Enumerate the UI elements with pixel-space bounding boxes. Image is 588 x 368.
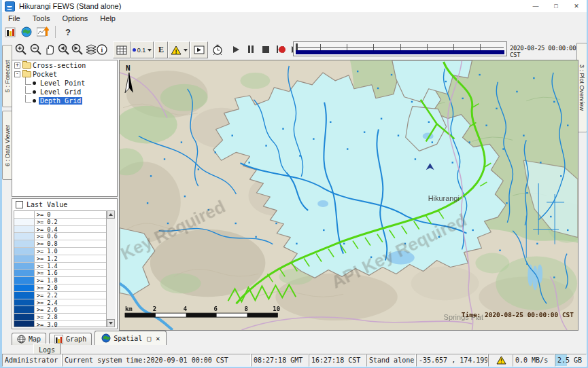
menu-help[interactable]: Help: [94, 12, 122, 24]
scale-dot-icon: [133, 48, 136, 52]
legend-label: >= 0.8: [35, 240, 115, 247]
play-icon[interactable]: [229, 41, 243, 57]
fews-logo-icon: [5, 1, 15, 12]
tab-close-icon[interactable]: ✕: [156, 335, 160, 342]
bullet-icon: [33, 81, 36, 85]
folder-open-icon: [22, 71, 31, 77]
legend-label: >= 0.2: [35, 219, 115, 225]
legend-scrollbar[interactable]: [106, 210, 116, 327]
scroll-up-icon[interactable]: [107, 210, 115, 219]
status-bar: Administrator Current system time:2020-0…: [2, 354, 587, 367]
bar-chart-icon: [54, 335, 63, 344]
legend-row[interactable]: >= 0.4: [14, 226, 115, 234]
warning-icon: !: [171, 45, 181, 55]
timeseries-display-icon[interactable]: [35, 25, 51, 39]
label-toggle-button[interactable]: E: [154, 41, 168, 58]
legend-label: >= 1.0: [35, 248, 115, 255]
status-memory: 2.5 GB: [555, 354, 587, 367]
legend-swatch: [14, 314, 35, 320]
status-data-rate: 0.0 MB/s: [513, 354, 555, 367]
tree-label[interactable]: Level Point: [39, 79, 86, 87]
menu-tools[interactable]: Tools: [27, 12, 56, 24]
tab-spatial[interactable]: Spatial □ ✕: [94, 331, 167, 345]
globe-icon: [101, 333, 111, 343]
chevron-down-icon: [184, 49, 188, 52]
timeline-datetime: 2020-08-25 00:00:00 CST: [510, 45, 587, 58]
legend-row[interactable]: >= 2.4: [14, 299, 115, 307]
last-value-checkbox[interactable]: [16, 201, 23, 208]
legend-swatch: [14, 321, 35, 327]
tree-row-cross-section[interactable]: + Cross-section: [12, 61, 117, 69]
legend-label: >= 0.6: [35, 233, 115, 240]
status-local-time: 16:27:18 CST: [309, 354, 366, 367]
warning-dropdown[interactable]: !: [168, 41, 190, 58]
legend-row[interactable]: >= 2.2: [14, 292, 115, 299]
tree-row-depth-grid[interactable]: Depth Grid: [12, 96, 117, 105]
maximize-button[interactable]: □: [546, 0, 566, 12]
animation-icon[interactable]: [190, 41, 208, 58]
tree-label[interactable]: Pocket: [31, 71, 58, 78]
tree-row-pocket[interactable]: - Pocket: [12, 70, 117, 78]
tree-label[interactable]: Level Grid: [39, 88, 82, 96]
pan-hand-icon[interactable]: [43, 41, 56, 57]
status-user: Administrator: [2, 354, 62, 367]
timer-icon[interactable]: [209, 41, 226, 57]
info-icon[interactable]: i: [94, 41, 109, 57]
filter-tree-panel: + Cross-section - Pocket Level Point Lev…: [12, 60, 118, 197]
collapse-icon[interactable]: -: [14, 71, 20, 77]
tab-data-viewer[interactable]: 6 : Data Viewer: [2, 111, 12, 180]
application-window: Hikurangi FEWS (Stand alone) — □ ✕ File …: [0, 0, 588, 368]
status-warning-cell[interactable]: !: [488, 354, 513, 367]
legend-row[interactable]: >= 0: [14, 211, 115, 219]
menu-file[interactable]: File: [2, 12, 27, 24]
grid-display-icon[interactable]: [113, 41, 131, 58]
tree-label-selected[interactable]: Depth Grid: [39, 97, 82, 105]
folder-icon: [22, 62, 31, 69]
legend-row[interactable]: >= 1.6: [14, 270, 115, 277]
timeline-span-bar: [296, 50, 504, 54]
classbreak-scale-dropdown[interactable]: 0.1: [131, 41, 154, 58]
legend-row[interactable]: >= 0.6: [14, 233, 115, 240]
map-canvas[interactable]: API Key Required API Key Required Hikura…: [119, 60, 578, 331]
record-icon[interactable]: [275, 41, 289, 57]
legend-row[interactable]: >= 3.0: [14, 321, 115, 327]
legend-row[interactable]: >= 2.0: [14, 284, 115, 292]
legend-label: >= 0: [35, 211, 115, 218]
minimize-button[interactable]: —: [525, 0, 546, 12]
close-button[interactable]: ✕: [566, 0, 587, 12]
explorer-icon[interactable]: [2, 25, 18, 39]
zoom-previous-icon[interactable]: [56, 41, 71, 57]
tab-maximize-icon[interactable]: □: [147, 335, 151, 342]
legend-label: >= 2.8: [35, 314, 115, 320]
legend-row[interactable]: >= 1.4: [14, 263, 115, 270]
legend-row[interactable]: >= 1.0: [14, 248, 115, 255]
scroll-down-icon[interactable]: [107, 319, 115, 327]
zoom-next-icon[interactable]: [69, 41, 84, 57]
tab-label: Map: [29, 335, 41, 343]
zoom-out-icon[interactable]: [28, 41, 43, 57]
legend-row[interactable]: >= 2.6: [14, 306, 115, 314]
pause-icon[interactable]: [244, 41, 258, 57]
legend-swatch: [14, 277, 35, 284]
menu-options[interactable]: Options: [56, 12, 94, 24]
tab-forecast[interactable]: 5 : Forecast: [2, 45, 12, 107]
zoom-in-icon[interactable]: [13, 41, 28, 57]
svg-text:i: i: [101, 46, 103, 54]
town-label: Hikurangi: [428, 194, 460, 202]
legend-row[interactable]: >= 0.2: [14, 219, 115, 226]
legend-label: >= 1.8: [35, 277, 115, 284]
legend-row[interactable]: >= 0.8: [14, 240, 115, 248]
timeline-slider[interactable]: [293, 41, 507, 56]
map-display-icon[interactable]: [18, 25, 35, 39]
legend-row[interactable]: >= 1.2: [14, 255, 115, 263]
help-icon[interactable]: ?: [60, 25, 76, 39]
expand-icon[interactable]: +: [14, 62, 20, 69]
svg-text:8: 8: [244, 306, 247, 312]
legend-swatch: [14, 240, 35, 247]
legend-label: >= 1.6: [35, 270, 115, 276]
legend-row[interactable]: >= 2.8: [14, 314, 115, 321]
tree-label[interactable]: Cross-section: [31, 62, 87, 69]
stop-icon[interactable]: [259, 41, 273, 57]
svg-text:N: N: [126, 64, 131, 73]
legend-row[interactable]: >= 1.8: [14, 277, 115, 284]
